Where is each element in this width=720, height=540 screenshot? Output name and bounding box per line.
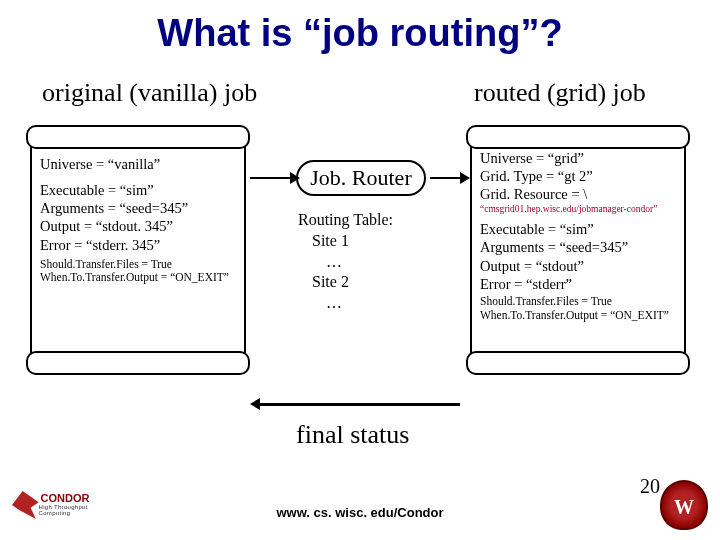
condor-logo-sub: High Throughput Computing	[39, 504, 112, 516]
routing-site: Site 2	[312, 272, 393, 293]
line: Error = “stderr”	[480, 275, 676, 293]
line: Should.Transfer.Files = True	[480, 295, 676, 309]
line: Grid. Resource = \	[480, 185, 676, 203]
routing-table-title: Routing Table:	[298, 210, 393, 231]
line: Arguments = “seed=345”	[480, 238, 676, 256]
routing-site: Site 1	[312, 231, 393, 252]
job-router-box: Job. Router	[296, 160, 426, 196]
final-status-label: final status	[296, 420, 409, 450]
arrow-final-status-icon	[260, 403, 460, 406]
routing-dots: …	[326, 252, 393, 273]
line: Universe = “grid”	[480, 149, 676, 167]
line: Should.Transfer.Files = True	[40, 258, 236, 272]
line: Executable = “sim”	[480, 220, 676, 238]
condor-logo: CONDOR High Throughput Computing	[12, 484, 112, 526]
slide-title: What is “job routing”?	[0, 12, 720, 55]
condor-bird-icon	[12, 491, 39, 519]
line: Error = “stderr. 345”	[40, 236, 236, 254]
arrow-to-routed-icon	[430, 177, 460, 179]
line: Grid. Type = “gt 2”	[480, 167, 676, 185]
line: Output = “stdout. 345”	[40, 217, 236, 235]
routing-table: Routing Table: Site 1 … Site 2 …	[298, 210, 393, 314]
condor-logo-text: CONDOR	[41, 494, 112, 504]
uw-crest-icon: W	[660, 480, 708, 530]
line: “cmsgrid01.hep.wisc.edu/jobmanager-condo…	[480, 204, 676, 216]
line: When.To.Transfer.Output = “ON_EXIT”	[40, 271, 236, 285]
routed-job-scroll: Universe = “grid” Grid. Type = “gt 2” Gr…	[470, 135, 686, 365]
job-router-label: Job. Router	[310, 165, 411, 191]
line: When.To.Transfer.Output = “ON_EXIT”	[480, 309, 676, 323]
line: Executable = “sim”	[40, 181, 236, 199]
line: Arguments = “seed=345”	[40, 199, 236, 217]
left-column-label: original (vanilla) job	[42, 78, 257, 108]
arrow-to-router-icon	[250, 177, 290, 179]
original-job-scroll: Universe = “vanilla” Executable = “sim” …	[30, 135, 246, 365]
uw-crest-w: W	[662, 496, 706, 519]
routing-dots: …	[326, 293, 393, 314]
line: Output = “stdout”	[480, 257, 676, 275]
right-column-label: routed (grid) job	[474, 78, 646, 108]
page-number: 20	[640, 475, 660, 498]
line: Universe = “vanilla”	[40, 155, 236, 173]
